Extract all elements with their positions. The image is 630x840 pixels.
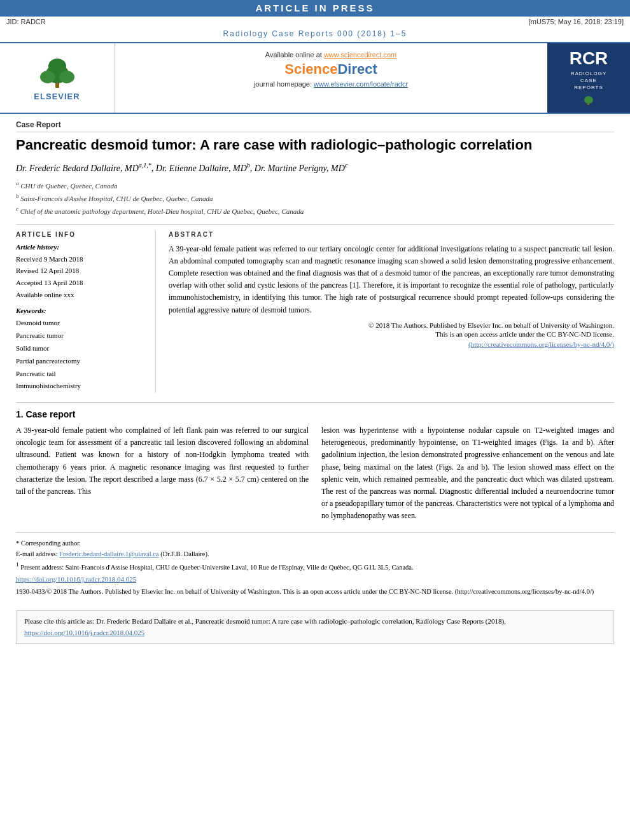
body-left-col: A 39-year-old female patient who complai… bbox=[16, 424, 309, 522]
abstract-text: A 39-year-old female patient was referre… bbox=[169, 243, 614, 316]
email-link[interactable]: Frederic.bedard-dallaire.1@ulaval.ca bbox=[59, 550, 158, 557]
article-history: Received 9 March 2018 Revised 12 April 2… bbox=[16, 253, 146, 301]
keyword-4: Partial pancreatectomy bbox=[16, 357, 80, 365]
body-text-section: A 39-year-old female patient who complai… bbox=[16, 424, 614, 522]
body-right-col: lesion was hyperintense with a hypointen… bbox=[321, 424, 614, 522]
license-link[interactable]: (http://creativecommons.org/licenses/by-… bbox=[468, 340, 614, 348]
footnote-area: * Corresponding author. E-mail address: … bbox=[16, 532, 614, 598]
homepage-link[interactable]: www.elsevier.com/locate/radcr bbox=[314, 80, 408, 88]
keyword-5: Pancreatic tail bbox=[16, 370, 56, 377]
case-report-label: Case Report bbox=[16, 120, 614, 132]
issn-line: 1930-0433/© 2018 The Authors. Published … bbox=[16, 587, 614, 598]
keywords-list: Desmoid tumor Pancreatic tumor Solid tum… bbox=[16, 317, 146, 393]
author-2: Dr. Etienne Dallaire, MDb bbox=[156, 164, 250, 173]
abstract-header: ABSTRACT bbox=[169, 231, 614, 238]
keyword-1: Desmoid tumor bbox=[16, 319, 60, 326]
email-label: E-mail address: bbox=[16, 550, 58, 557]
svg-point-6 bbox=[584, 96, 593, 104]
svg-point-4 bbox=[48, 59, 66, 74]
article-info-col: ARTICLE INFO Article history: Received 9… bbox=[16, 231, 156, 393]
article-info-header: ARTICLE INFO bbox=[16, 231, 146, 238]
author-1: Dr. Frederic Bedard Dallaire, MDa,1,* bbox=[16, 164, 151, 173]
elsevier-brand-text: ELSEVIER bbox=[34, 92, 80, 101]
email-suffix: (Dr.F.B. Dallaire). bbox=[160, 550, 209, 557]
rcr-big-text: RCR bbox=[570, 50, 608, 67]
address-sup: 1 bbox=[16, 561, 19, 568]
banner-text: ARTICLE IN PRESS bbox=[255, 3, 374, 13]
doi-link[interactable]: https://doi.org/10.1016/j.radcr.2018.04.… bbox=[16, 575, 136, 583]
section1-heading: Case report bbox=[26, 409, 76, 419]
top-section: ELSEVIER Available online at www.science… bbox=[0, 43, 630, 114]
available-online-text: Available online at www.sciencedirect.co… bbox=[127, 51, 535, 59]
history-label: Article history: bbox=[16, 243, 146, 251]
section1-title: 1. Case report bbox=[16, 409, 614, 419]
sciencedirect-brand: ScienceDirect bbox=[127, 61, 535, 78]
affil-a: a CHU de Quebec, Quebec, Canada bbox=[16, 179, 614, 192]
rcr-subtitle: RADIOLOGYCASEREPORTS bbox=[571, 70, 607, 92]
meta-info: [mUS75; May 16, 2018; 23:19] bbox=[529, 18, 624, 25]
journal-info: Available online at www.sciencedirect.co… bbox=[115, 43, 547, 113]
received-date: Received 9 March 2018 bbox=[16, 255, 83, 263]
affil-b: b Saint-Francois d'Assise Hospital, CHU … bbox=[16, 192, 614, 204]
accepted-date: Accepted 13 April 2018 bbox=[16, 279, 83, 286]
elsevier-small-icon bbox=[581, 95, 597, 106]
section-divider bbox=[16, 402, 614, 403]
available-date: Available online xxx bbox=[16, 291, 74, 298]
author-3: Dr. Martine Perigny, MDc bbox=[255, 164, 347, 173]
citation-prefix: Please cite this article as: Dr. Frederi… bbox=[24, 617, 506, 625]
corresponding-note: * Corresponding author. bbox=[16, 538, 614, 549]
rcr-logo: RCR RADIOLOGYCASEREPORTS bbox=[547, 43, 630, 113]
license-text: This is an open access article under the… bbox=[435, 330, 614, 338]
keyword-3: Solid tumor bbox=[16, 344, 49, 352]
article-content: Case Report Pancreatic desmoid tumor: A … bbox=[0, 114, 630, 605]
section1-number: 1. bbox=[16, 409, 24, 419]
homepage-text: journal homepage: www.elsevier.com/locat… bbox=[127, 80, 535, 88]
elsevier-tree-icon bbox=[32, 55, 83, 90]
jid-label: JID: RADCR bbox=[6, 18, 46, 25]
doi-line: https://doi.org/10.1016/j.radcr.2018.04.… bbox=[16, 573, 614, 585]
jid-row: JID: RADCR [mUS75; May 16, 2018; 23:19] bbox=[0, 17, 630, 27]
article-title: Pancreatic desmoid tumor: A rare case wi… bbox=[16, 136, 614, 155]
copyright-line: © 2018 The Authors. Published by Elsevie… bbox=[169, 321, 614, 329]
affil-c: c Chief of the anatomic pathology depart… bbox=[16, 204, 614, 217]
affiliations: a CHU de Quebec, Quebec, Canada b Saint-… bbox=[16, 179, 614, 218]
journal-title: Radiology Case Reports 000 (2018) 1–5 bbox=[223, 29, 407, 38]
address-text: Present address: Saint-Francois d'Assise… bbox=[20, 564, 413, 571]
keyword-2: Pancreatic tumor bbox=[16, 332, 64, 339]
info-abstract-section: ARTICLE INFO Article history: Received 9… bbox=[16, 224, 614, 393]
keyword-6: Immunohistochemistry bbox=[16, 382, 81, 389]
journal-title-row: Radiology Case Reports 000 (2018) 1–5 bbox=[0, 27, 630, 43]
license-line: This is an open access article under the… bbox=[169, 329, 614, 350]
body-right-text: lesion was hyperintense with a hypointen… bbox=[321, 426, 614, 520]
abstract-col: ABSTRACT A 39-year-old female patient wa… bbox=[169, 231, 614, 393]
address-note: 1 Present address: Saint-Francois d'Assi… bbox=[16, 560, 614, 573]
email-note: E-mail address: Frederic.bedard-dallaire… bbox=[16, 549, 614, 560]
sciencedirect-url[interactable]: www.sciencedirect.com bbox=[324, 51, 396, 59]
body-left-text: A 39-year-old female patient who complai… bbox=[16, 426, 309, 496]
authors-line: Dr. Frederic Bedard Dallaire, MDa,1,*, D… bbox=[16, 162, 614, 174]
keywords-label: Keywords: bbox=[16, 307, 146, 314]
article-in-press-banner: ARTICLE IN PRESS bbox=[0, 0, 630, 17]
citation-box: Please cite this article as: Dr. Frederi… bbox=[16, 610, 614, 644]
citation-doi[interactable]: https://doi.org/10.1016/j.radcr.2018.04.… bbox=[24, 629, 144, 636]
revised-date: Revised 12 April 2018 bbox=[16, 267, 79, 274]
elsevier-logo: ELSEVIER bbox=[0, 43, 115, 113]
